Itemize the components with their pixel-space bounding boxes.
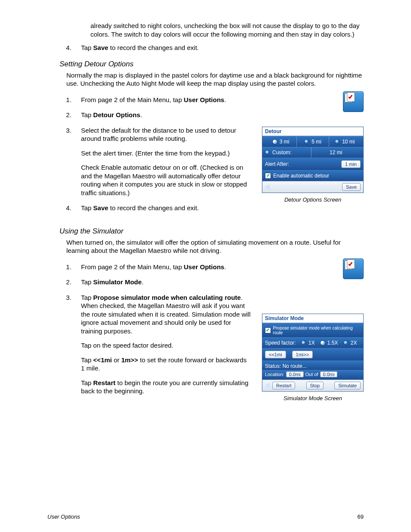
text: From page 2 of the Main Menu, tap [81, 96, 184, 103]
text: . [142, 278, 143, 286]
speed-label: Speed factor: [265, 340, 296, 346]
radio-icon[interactable] [301, 340, 306, 345]
bold: Save [93, 44, 108, 51]
location-a: 0.0mi [286, 371, 304, 377]
bold: Detour Options [93, 111, 140, 118]
back-icon[interactable] [265, 383, 270, 389]
alert-value-button[interactable]: 1 min [341, 160, 361, 168]
carryover-paragraph: already switched to night colors, unchec… [90, 22, 364, 38]
alert-label: Alert After: [265, 161, 289, 167]
text: . [224, 96, 226, 103]
speed-2x[interactable]: 2X [351, 340, 357, 346]
text: Tap [81, 204, 93, 212]
radio-icon[interactable] [304, 139, 309, 144]
text: Tap [81, 278, 93, 286]
radio-icon[interactable] [320, 340, 325, 345]
option-3mi[interactable]: 3 mi [280, 139, 290, 145]
fwd-1mi-button[interactable]: 1mi>> [292, 351, 313, 358]
restart-button[interactable]: Restart [272, 382, 295, 389]
text: Select the default for the distance to b… [81, 127, 236, 143]
heading-detour: Setting Detour Options [59, 60, 364, 68]
ss-title: Simulator Mode [262, 314, 363, 323]
detour-caption: Detour Options Screen [262, 196, 364, 203]
page-number: 69 [358, 513, 364, 520]
detour-step-1: From page 2 of the Main Menu, tap User O… [73, 96, 251, 104]
bold: <<1mi [93, 356, 112, 364]
simulate-button[interactable]: Simulate [334, 382, 361, 389]
propose-checkbox-label[interactable]: Propose simulator mode when calculating … [273, 326, 361, 335]
detour-intro: Normally the map is displayed in the pas… [66, 71, 364, 88]
user-options-icon [343, 91, 364, 112]
text: Tap [81, 44, 93, 51]
checkbox-icon[interactable]: ✓ [265, 327, 271, 333]
sim-step-1: From page 2 of the Main Menu, tap User O… [73, 263, 251, 271]
bold: Propose simulator mode when calculating … [93, 294, 241, 301]
detour-screenshot: Detour 3 mi 5 mi 10 mi Custom: 12 mi Ale… [262, 127, 364, 193]
footer-section: User Options [47, 513, 80, 520]
detour-step-3: Select the default for the distance to b… [73, 126, 251, 197]
speed-1-5x[interactable]: 1.5X [327, 340, 338, 346]
text: Check Enable automatic detour on or off.… [81, 163, 251, 197]
speed-1x[interactable]: 1X [308, 340, 315, 346]
custom-value[interactable]: 12 mi [311, 149, 361, 156]
option-10mi[interactable]: 10 mi [342, 139, 355, 145]
radio-icon[interactable] [272, 139, 277, 144]
custom-label[interactable]: Custom: [272, 149, 292, 156]
option-5mi[interactable]: 5 mi [311, 139, 321, 145]
save-button[interactable]: Save [342, 183, 361, 191]
bold: 1m>> [121, 356, 138, 364]
text: . [140, 111, 142, 118]
outof-label: Out of [305, 372, 318, 377]
location-b: 0.0mi [320, 371, 338, 377]
text: Tap [81, 379, 93, 386]
text: Tap on the speed factor desired. [81, 341, 251, 350]
sim-step-3: Tap Propose simulator mode when calculat… [73, 293, 251, 395]
text: or [112, 356, 121, 364]
back-icon[interactable] [265, 184, 270, 190]
sim-step-2: Tap Simulator Mode. [73, 278, 251, 286]
bold: Save [93, 204, 108, 212]
text: Tap [81, 111, 93, 118]
sim-caption: Simulator Mode Screen [262, 395, 364, 401]
text: to record the changes and exit. [108, 44, 199, 51]
text: From page 2 of the Main Menu, tap [81, 263, 184, 271]
heading-simulator: Using the Simulator [59, 227, 364, 236]
user-options-icon [343, 258, 364, 279]
radio-icon[interactable] [335, 139, 340, 144]
sim-intro: When turned on, the simulator will offer… [66, 238, 364, 255]
bold: User Options [184, 263, 224, 271]
text: Tap [81, 294, 93, 301]
simulator-screenshot: Simulator Mode ✓ Propose simulator mode … [262, 314, 364, 392]
text: to record the changes and exit. [108, 204, 199, 212]
text: Set the alert timer. (Enter the time fro… [81, 149, 251, 158]
stop-button[interactable]: Stop [306, 382, 324, 389]
radio-icon[interactable] [265, 150, 270, 155]
status-text: Status: No route... [262, 361, 363, 370]
ss-title: Detour [262, 127, 363, 136]
location-label: Location: [265, 372, 284, 377]
enable-auto-detour[interactable]: Enable automatic detour [273, 173, 329, 179]
detour-step-4: Tap Save to record the changes and exit. [73, 204, 251, 212]
back-1mi-button[interactable]: <<1mi [265, 351, 286, 358]
bold: Simulator Mode [93, 278, 142, 286]
step-4a: Tap Save to record the changes and exit. [73, 44, 364, 52]
radio-icon[interactable] [343, 340, 349, 345]
checkbox-icon[interactable]: ✓ [265, 173, 271, 179]
detour-step-2: Tap Detour Options. [73, 111, 251, 119]
bold: Restart [93, 379, 115, 386]
text: . [224, 263, 226, 271]
text: Tap [81, 356, 93, 364]
bold: User Options [184, 96, 224, 103]
